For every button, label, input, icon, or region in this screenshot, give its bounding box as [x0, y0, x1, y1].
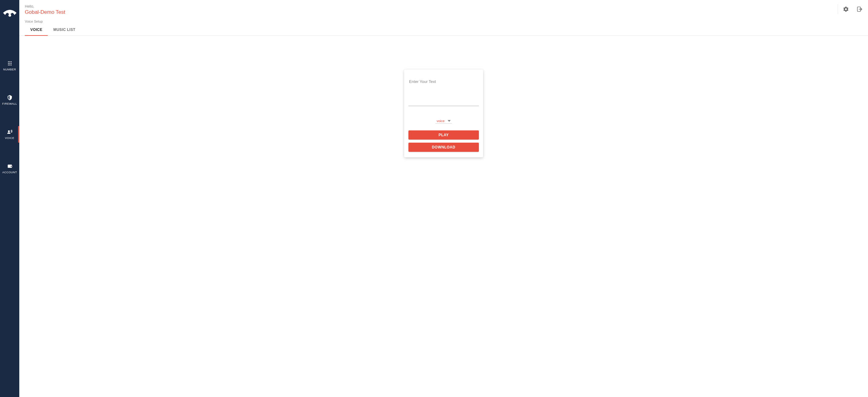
voice-select[interactable]: voice	[435, 119, 452, 124]
content: voice PLAY DOWNLOAD	[19, 36, 868, 397]
gear-icon	[843, 6, 849, 12]
sidebar-item-account[interactable]: ACCOUNT	[0, 160, 19, 177]
sidebar-item-label: NUMBER	[3, 68, 16, 71]
card-buttons: PLAY DOWNLOAD	[408, 130, 479, 152]
logout-icon	[856, 6, 863, 12]
chevron-down-icon	[447, 120, 451, 122]
settings-button[interactable]	[843, 6, 849, 12]
voice-card: voice PLAY DOWNLOAD	[404, 69, 483, 157]
svg-point-1	[8, 61, 9, 62]
sidebar-item-firewall[interactable]: FIREWALL	[0, 92, 19, 108]
logout-button[interactable]	[856, 6, 863, 12]
voice-select-row: voice	[408, 119, 479, 124]
svg-point-2	[9, 61, 10, 62]
sidebar-item-label: FIREWALL	[2, 102, 17, 105]
sidebar-item-label: ACCOUNT	[2, 171, 17, 174]
svg-point-5	[9, 63, 10, 64]
sidebar-item-voice[interactable]: VOICE	[0, 126, 19, 143]
shield-icon	[7, 95, 12, 100]
sidebar: NUMBER FIREWALL VOICE	[0, 0, 19, 397]
greeting: Hello, Gobal-Demo Test	[25, 4, 838, 15]
svg-point-0	[8, 14, 11, 17]
tab-voice[interactable]: VOICE	[25, 25, 48, 35]
sidebar-item-label: VOICE	[5, 136, 14, 140]
main-area: Hello, Gobal-Demo Test Voice Setup VOICE…	[19, 0, 868, 397]
svg-point-14	[11, 166, 11, 167]
sidebar-item-number[interactable]: NUMBER	[0, 58, 19, 74]
record-voice-icon	[7, 129, 13, 135]
wallet-icon	[7, 163, 12, 169]
svg-point-4	[8, 63, 9, 64]
hello-text: Hello,	[25, 4, 838, 8]
app-logo	[2, 5, 18, 21]
text-field-wrapper	[408, 74, 479, 106]
tab-music-list[interactable]: MUSIC LIST	[48, 25, 81, 35]
voice-text-input[interactable]	[408, 74, 479, 104]
topbar: Hello, Gobal-Demo Test	[19, 0, 868, 15]
svg-point-8	[9, 65, 10, 66]
svg-point-9	[11, 65, 12, 66]
svg-point-3	[11, 61, 12, 62]
top-actions	[838, 4, 863, 14]
sidebar-nav: NUMBER FIREWALL VOICE	[0, 58, 19, 177]
svg-point-7	[8, 65, 9, 66]
account-name: Gobal-Demo Test	[25, 9, 838, 15]
download-button[interactable]: DOWNLOAD	[408, 143, 479, 152]
voice-select-label: voice	[437, 119, 444, 123]
dialpad-icon	[7, 61, 12, 66]
svg-point-6	[11, 63, 12, 64]
play-button[interactable]: PLAY	[408, 130, 479, 140]
svg-point-10	[8, 130, 10, 132]
section-title: Voice Setup	[19, 15, 868, 25]
tabs: VOICE MUSIC LIST	[19, 25, 868, 36]
